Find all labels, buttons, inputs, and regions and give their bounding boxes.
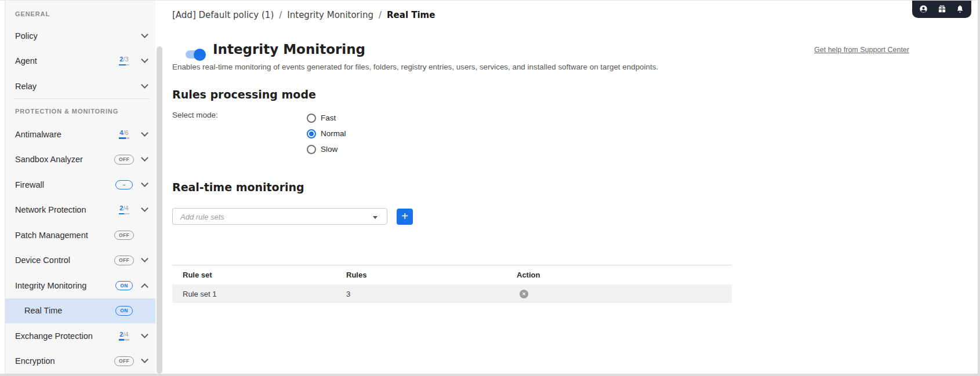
integrity-monitoring-toggle[interactable] [186, 50, 203, 59]
sidebar-item-antimalware[interactable]: Antimalware 4/6 [5, 122, 155, 147]
table-row: Rule set 1 3 ✕ [172, 284, 732, 303]
chevron-down-icon [373, 216, 378, 219]
rules-processing-mode-heading: Rules processing mode [172, 88, 316, 101]
fraction-badge: 2/4 [119, 331, 129, 341]
sidebar-item-network-protection[interactable]: Network Protection 2/4 [5, 198, 155, 223]
fraction-badge: 4/6 [119, 130, 129, 139]
viewport-right-edge [978, 0, 980, 376]
radio-icon-checked [307, 129, 316, 138]
remove-rule-set-icon[interactable]: ✕ [520, 290, 528, 298]
off-pill-badge: OFF [114, 155, 134, 165]
dropdown-placeholder: Add rule sets [180, 213, 224, 221]
sidebar-item-label: Sandbox Analyzer [15, 155, 114, 164]
sidebar-item-label: Agent [15, 56, 114, 65]
sidebar-item-policy[interactable]: Policy [5, 23, 155, 49]
chevron-down-icon [141, 331, 148, 338]
column-header-rules: Rules [346, 271, 517, 279]
fraction-badge: 2/3 [119, 56, 129, 65]
chevron-down-icon [141, 205, 148, 212]
cell-rules: 3 [346, 290, 517, 298]
page-title: Integrity Monitoring [213, 42, 365, 57]
main-content: [Add] Default policy (1)/Integrity Monit… [164, 1, 978, 374]
column-header-action: Action [517, 271, 732, 279]
chevron-down-icon [141, 356, 148, 363]
chevron-down-icon [141, 255, 148, 262]
policy-sidebar: GENERAL Policy Agent 2/3 Relay PROTECTIO… [5, 1, 155, 374]
off-pill-badge: OFF [114, 356, 134, 366]
sidebar-item-label: Exchange Protection [15, 331, 114, 341]
radio-label: Slow [321, 145, 337, 154]
sidebar-item-label: Integrity Monitoring [15, 281, 114, 290]
sidebar-item-relay[interactable]: Relay [5, 74, 155, 99]
chevron-up-icon [141, 283, 148, 291]
breadcrumb-integrity-monitoring[interactable]: Integrity Monitoring [287, 10, 373, 20]
select-mode-label: Select mode: [172, 111, 218, 119]
sidebar-item-sandbox-analyzer[interactable]: Sandbox Analyzer OFF [5, 147, 155, 173]
sidebar-item-label: Antimalware [15, 130, 114, 139]
sidebar-item-label: Network Protection [15, 205, 114, 214]
chevron-down-icon [141, 81, 148, 89]
chevron-down-icon [141, 180, 148, 187]
sidebar-item-label: Encryption [15, 356, 114, 366]
sidebar-section-protection: PROTECTION & MONITORING [5, 99, 155, 122]
radio-icon [307, 145, 316, 154]
sidebar-scrollbar-thumb[interactable] [157, 46, 162, 374]
sidebar-item-agent[interactable]: Agent 2/3 [5, 48, 155, 74]
rule-sets-table: Rule set Rules Action Rule set 1 3 ✕ [172, 265, 732, 303]
add-rule-sets-dropdown[interactable]: Add rule sets [172, 208, 387, 225]
sidebar-item-encryption[interactable]: Encryption OFF [5, 349, 155, 374]
fraction-badge: 2/4 [119, 205, 129, 214]
cell-rule-set: Rule set 1 [183, 290, 346, 298]
sidebar-item-patch-management[interactable]: Patch Management OFF [5, 222, 155, 248]
radio-option-fast[interactable]: Fast [307, 110, 346, 126]
sidebar-item-integrity-monitoring[interactable]: Integrity Monitoring ON [5, 273, 155, 298]
radio-label: Fast [321, 114, 336, 122]
chevron-down-icon [141, 154, 148, 162]
sidebar-item-label: Relay [15, 82, 114, 91]
radio-icon [307, 114, 316, 123]
radio-option-normal[interactable]: Normal [307, 126, 346, 141]
support-center-link[interactable]: Get help from Support Center [814, 46, 909, 54]
radio-option-slow[interactable]: Slow [307, 141, 346, 157]
off-pill-badge: OFF [114, 255, 134, 265]
viewport-left-edge [5, 0, 5, 376]
on-pill-badge: ON [115, 281, 133, 291]
page-description: Enables real-time monitoring of events g… [172, 63, 658, 71]
sidebar-item-firewall[interactable]: Firewall – [5, 172, 155, 198]
sidebar-item-label: Firewall [15, 180, 114, 189]
breadcrumb-current-real-time: Real Time [387, 10, 435, 20]
breadcrumb-policy[interactable]: [Add] Default policy (1) [172, 10, 274, 20]
partial-pill-badge: – [115, 180, 132, 190]
radio-label: Normal [321, 129, 346, 138]
real-time-monitoring-heading: Real-time monitoring [172, 181, 304, 194]
sidebar-item-exchange-protection[interactable]: Exchange Protection 2/4 [5, 323, 155, 349]
sidebar-section-general: GENERAL [5, 1, 155, 23]
viewport-bottom-edge [0, 374, 980, 376]
table-header-row: Rule set Rules Action [172, 265, 732, 284]
sidebar-item-label: Patch Management [15, 231, 114, 240]
sidebar-item-label: Real Time [24, 306, 114, 315]
mode-radio-group: Fast Normal Slow [307, 110, 346, 157]
chevron-down-icon [141, 31, 148, 38]
sidebar-item-real-time[interactable]: Real Time ON [5, 298, 155, 324]
toggle-knob [194, 49, 206, 61]
bell-icon[interactable] [956, 5, 964, 13]
sidebar-item-label: Policy [15, 31, 114, 41]
user-icon[interactable] [919, 5, 928, 13]
sidebar-item-label: Device Control [15, 255, 114, 265]
sidebar-item-device-control[interactable]: Device Control OFF [5, 248, 155, 273]
chevron-down-icon [141, 129, 148, 137]
breadcrumb: [Add] Default policy (1)/Integrity Monit… [172, 10, 435, 20]
off-pill-badge: OFF [114, 231, 134, 240]
chevron-down-icon [141, 56, 148, 63]
topbar-icon-group [912, 0, 971, 18]
gift-icon[interactable] [938, 5, 946, 13]
add-rule-set-button[interactable]: + [397, 209, 413, 225]
column-header-rule-set: Rule set [183, 271, 346, 279]
viewport-top-edge [0, 0, 980, 1]
on-pill-badge: ON [115, 306, 133, 316]
